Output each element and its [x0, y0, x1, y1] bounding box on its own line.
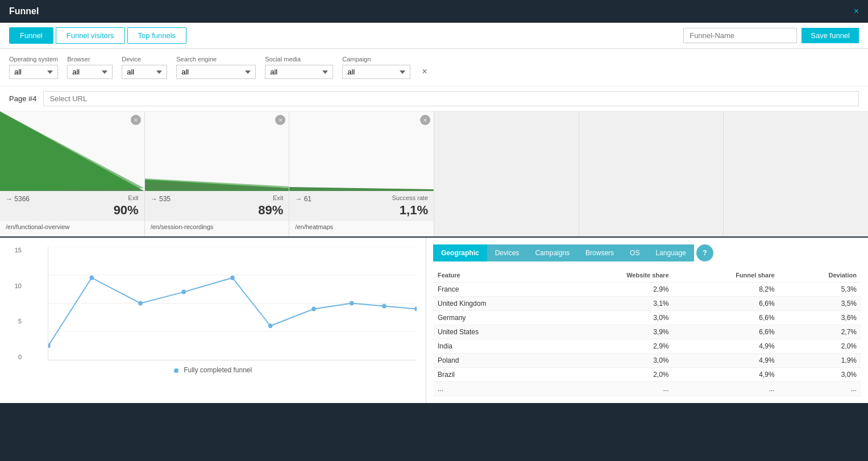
chart-legend: Fully completed funnel — [9, 366, 417, 374]
filter-campaign-select[interactable]: all — [342, 65, 410, 79]
svg-point-11 — [138, 301, 143, 306]
seg-tab-os[interactable]: OS — [622, 244, 647, 261]
funnel-step-2: × → 535 Exit 89% /en/session-recordings — [145, 111, 290, 236]
svg-point-17 — [382, 304, 387, 308]
funnel-step-1-count: → 5366 — [6, 195, 30, 203]
filters-bar: Operating system all Browser all Device … — [0, 49, 868, 86]
tab-right-controls: Save funnel — [683, 28, 859, 43]
filter-browser-select[interactable]: all — [67, 65, 113, 79]
close-icon[interactable]: × — [854, 6, 859, 16]
seg-tab-geographic[interactable]: Geographic — [433, 244, 487, 261]
filter-browser: Browser all — [67, 56, 113, 79]
svg-point-13 — [230, 276, 235, 280]
funnel-step-1-exit-label: Exit — [128, 194, 138, 201]
cell-website-share: 3,0% — [560, 311, 673, 325]
cell-feature: ... — [433, 382, 560, 396]
filter-os-select[interactable]: all — [9, 65, 58, 79]
filter-search-engine-label: Search engine — [176, 56, 256, 63]
filter-social-media-select[interactable]: all — [265, 65, 333, 79]
cell-deviation: 3,0% — [779, 368, 861, 382]
cell-feature: Brazil — [433, 368, 560, 382]
tab-funnel[interactable]: Funnel — [9, 27, 53, 44]
svg-point-14 — [268, 323, 273, 328]
chart-panel: 15 10 5 0 — [0, 238, 426, 403]
cell-funnel-share: 6,6% — [674, 297, 779, 311]
cell-funnel-share: 4,9% — [674, 368, 779, 382]
filter-device-select[interactable]: all — [122, 65, 167, 79]
funnel-step-3-exit-label: Success rate — [392, 194, 428, 201]
funnel-step-3-pct: 1,1% — [295, 203, 428, 218]
cell-website-share: 2,9% — [560, 339, 673, 354]
table-panel: Geographic Devices Campaigns Browsers OS… — [426, 238, 868, 403]
y-label-10: 10 — [9, 283, 22, 289]
cell-website-share: 2,9% — [560, 283, 673, 297]
bottom-section: 15 10 5 0 — [0, 238, 868, 403]
tab-bar: Funnel Funnel visitors Top funnels Save … — [0, 23, 868, 49]
y-label-15: 15 — [9, 247, 22, 254]
cell-website-share: ... — [560, 382, 673, 396]
page-row: Page #4 — [0, 86, 868, 111]
table-row: United Kingdom 3,1% 6,6% 3,5% — [433, 297, 861, 311]
funnel-step-3-close[interactable]: × — [420, 115, 430, 125]
y-label-0: 0 — [9, 354, 22, 360]
filter-search-engine-select[interactable]: all — [176, 65, 256, 79]
cell-feature: India — [433, 339, 560, 354]
cell-website-share: 3,1% — [560, 297, 673, 311]
funnel-step-2-exit-label: Exit — [273, 194, 283, 201]
table-row: India 2,9% 4,9% 2,0% — [433, 339, 861, 354]
table-row: United States 3,9% 6,6% 2,7% — [433, 325, 861, 339]
cell-feature: Germany — [433, 311, 560, 325]
funnel-step-1-pct: 90% — [6, 203, 139, 218]
cell-website-share: 3,9% — [560, 325, 673, 339]
filter-social-media: Social media all — [265, 56, 333, 79]
clear-filters-button[interactable]: × — [420, 64, 429, 79]
cell-feature: France — [433, 283, 560, 297]
funnel-step-3-url: /en/heatmaps — [289, 221, 434, 235]
seg-tab-campaigns[interactable]: Campaigns — [527, 244, 578, 261]
seg-tab-browsers[interactable]: Browsers — [578, 244, 622, 261]
funnel-step-3-count: → 61 — [295, 195, 312, 203]
svg-marker-4 — [289, 187, 434, 191]
svg-marker-1 — [0, 111, 144, 191]
svg-point-15 — [312, 306, 316, 311]
cell-funnel-share: 4,9% — [674, 339, 779, 354]
tab-funnel-visitors[interactable]: Funnel visitors — [56, 27, 125, 44]
funnel-step-2-url: /en/session-recordings — [145, 221, 289, 235]
tab-top-funnels[interactable]: Top funnels — [127, 27, 187, 44]
cell-deviation: 5,3% — [779, 283, 861, 297]
table-header-row: Feature Website share Funnel share Devia… — [433, 268, 861, 283]
save-funnel-button[interactable]: Save funnel — [801, 28, 859, 43]
cell-funnel-share: 6,6% — [674, 325, 779, 339]
filter-social-media-label: Social media — [265, 56, 333, 63]
seg-tab-info[interactable]: ? — [696, 244, 713, 261]
funnel-step-1-close[interactable]: × — [131, 115, 141, 125]
main-content: Operating system all Browser all Device … — [0, 49, 868, 238]
funnel-step-2-count: → 535 — [151, 195, 171, 203]
col-website-share: Website share — [560, 268, 673, 283]
table-row: Brazil 2,0% 4,9% 3,0% — [433, 368, 861, 382]
legend-label: Fully completed funnel — [184, 366, 252, 374]
filter-device: Device all — [122, 56, 167, 79]
funnel-step-1-chart — [0, 111, 144, 191]
svg-point-10 — [89, 276, 94, 280]
y-label-5: 5 — [9, 318, 22, 325]
seg-tab-language[interactable]: Language — [647, 244, 693, 261]
filter-search-engine: Search engine all — [176, 56, 256, 79]
cell-deviation: 3,5% — [779, 297, 861, 311]
funnel-step-4 — [434, 111, 579, 236]
funnel-step-3-stats: → 61 Success rate 1,1% — [289, 191, 434, 221]
filter-browser-label: Browser — [67, 56, 113, 63]
line-chart-area — [48, 247, 417, 360]
funnel-step-3: × → 61 Success rate 1,1% /en/heatmaps — [289, 111, 434, 236]
funnel-step-6 — [724, 111, 868, 236]
table-row: France 2,9% 8,2% 5,3% — [433, 283, 861, 297]
seg-tab-devices[interactable]: Devices — [487, 244, 528, 261]
funnel-name-input[interactable] — [683, 28, 797, 43]
url-input[interactable] — [43, 91, 859, 106]
filter-os: Operating system all — [9, 56, 58, 79]
funnel-step-5 — [579, 111, 724, 236]
cell-funnel-share: 8,2% — [674, 283, 779, 297]
cell-funnel-share: 4,9% — [674, 354, 779, 368]
data-table: Feature Website share Funnel share Devia… — [433, 268, 861, 396]
table-row: ... ... ... ... — [433, 382, 861, 396]
